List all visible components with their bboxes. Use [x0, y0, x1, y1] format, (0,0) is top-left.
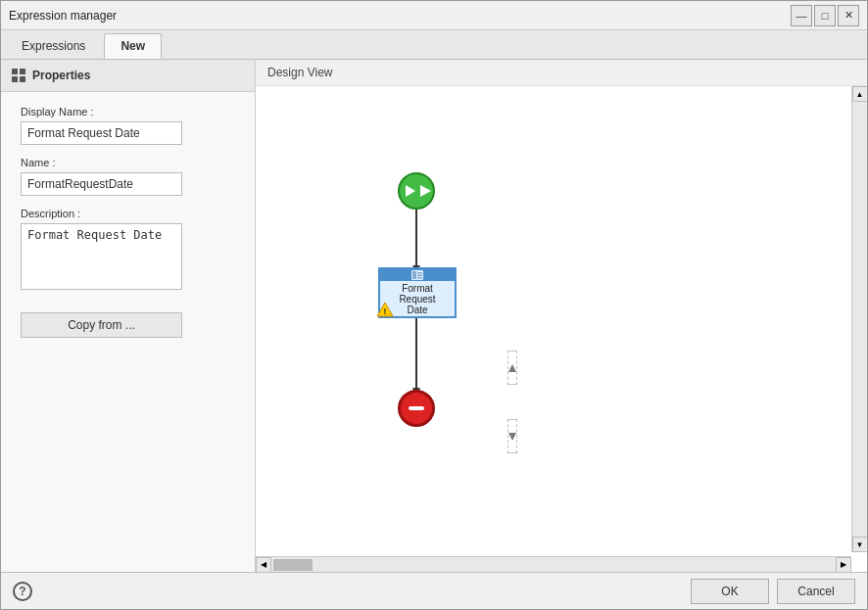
bottom-left: ? — [13, 582, 32, 601]
collapse-handle-2[interactable] — [507, 419, 517, 453]
properties-content: Display Name : Name : Description : Form… — [1, 92, 255, 352]
display-name-label: Display Name : — [21, 106, 235, 117]
description-textarea[interactable]: Format Request Date — [21, 223, 182, 290]
title-bar-left: Expression manager — [9, 9, 117, 23]
svg-rect-12 — [417, 275, 422, 277]
svg-text:!: ! — [384, 306, 387, 316]
name-input[interactable] — [21, 172, 182, 196]
ok-button[interactable]: OK — [691, 579, 769, 604]
svg-rect-11 — [417, 272, 422, 274]
design-canvas: FormatRequestDate ! — [256, 86, 867, 572]
copy-from-button[interactable]: Copy from ... — [21, 312, 182, 338]
horizontal-scrollbar: ◀ ▶ — [256, 556, 851, 572]
flow-arrows — [256, 86, 851, 556]
scroll-down-button[interactable]: ▼ — [852, 537, 868, 552]
end-node-minus — [409, 406, 424, 410]
svg-marker-17 — [508, 433, 516, 441]
left-panel: Properties Display Name : Name : Descrip… — [1, 60, 256, 572]
right-panel: Design View — [256, 60, 867, 572]
help-button[interactable]: ? — [13, 582, 32, 601]
properties-title: Properties — [32, 69, 90, 82]
start-node[interactable] — [398, 172, 435, 210]
task-icon — [411, 269, 423, 281]
bottom-buttons: OK Cancel — [691, 579, 855, 604]
title-controls: — □ ✕ — [791, 5, 859, 26]
scroll-left-button[interactable]: ◀ — [256, 557, 271, 573]
tab-new[interactable]: New — [104, 33, 162, 59]
bottom-bar: ? OK Cancel — [1, 572, 867, 609]
svg-rect-10 — [412, 271, 416, 279]
name-label: Name : — [21, 157, 235, 168]
collapse-handle-1[interactable] — [507, 351, 517, 385]
svg-rect-1 — [20, 69, 25, 74]
scrollbar-thumb-h[interactable] — [273, 559, 313, 571]
end-node[interactable] — [398, 390, 435, 427]
svg-rect-2 — [12, 76, 18, 82]
description-field: Description : Format Request Date — [21, 208, 235, 293]
scrollbar-track-v — [852, 102, 867, 537]
window-title: Expression manager — [9, 9, 117, 23]
description-label: Description : — [21, 208, 235, 219]
scroll-up-button[interactable]: ▲ — [852, 86, 868, 102]
minimize-button[interactable]: — — [791, 5, 812, 26]
cancel-button[interactable]: Cancel — [777, 579, 855, 604]
vertical-scrollbar: ▲ ▼ — [851, 86, 867, 552]
svg-rect-3 — [20, 76, 25, 82]
title-bar: Expression manager — □ ✕ — [1, 1, 867, 30]
task-node[interactable]: FormatRequestDate ! — [378, 267, 457, 318]
close-button[interactable]: ✕ — [838, 5, 859, 26]
display-name-input[interactable] — [21, 121, 182, 145]
warning-icon: ! — [376, 302, 394, 320]
scroll-right-button[interactable]: ▶ — [836, 557, 851, 573]
name-field: Name : — [21, 157, 235, 196]
maximize-button[interactable]: □ — [814, 5, 836, 26]
tabs-bar: Expressions New — [1, 30, 867, 60]
design-view-title: Design View — [267, 66, 332, 79]
main-content: Properties Display Name : Name : Descrip… — [1, 60, 867, 572]
properties-header: Properties — [1, 60, 255, 92]
scrollbar-track-h — [271, 557, 836, 572]
design-view-header: Design View — [256, 60, 867, 86]
tab-expressions[interactable]: Expressions — [5, 33, 102, 59]
properties-icon — [11, 68, 26, 83]
flow-container: FormatRequestDate ! — [256, 86, 851, 556]
svg-marker-8 — [406, 185, 415, 197]
display-name-field: Display Name : — [21, 106, 235, 145]
expression-manager-window: Expression manager — □ ✕ Expressions New — [0, 0, 868, 610]
svg-marker-16 — [508, 364, 516, 372]
svg-rect-13 — [417, 277, 422, 279]
svg-rect-0 — [12, 69, 18, 74]
task-node-header — [380, 269, 455, 281]
